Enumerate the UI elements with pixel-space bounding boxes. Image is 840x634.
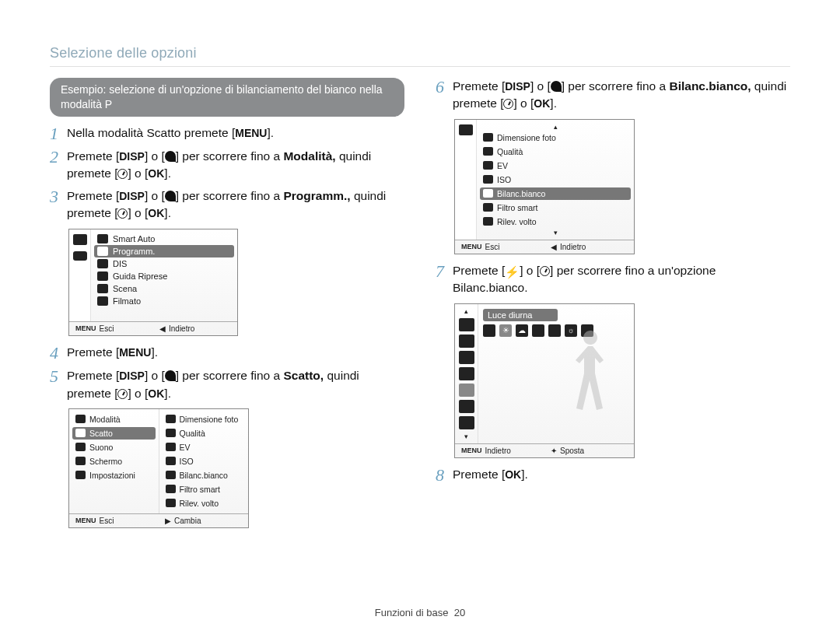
- wb-auto-icon: [483, 324, 495, 337]
- step-number: 8: [436, 466, 453, 485]
- macro-icon: [165, 191, 176, 201]
- menu-button-label: MENU: [235, 127, 267, 139]
- mode-icon: [97, 234, 108, 243]
- screen-footer: MENU Indietro ✦ Sposta: [455, 443, 634, 457]
- page-footer: Funzioni di base 20: [0, 607, 840, 618]
- step-text: Premete [DISP] o [] per scorrere fino a …: [453, 78, 790, 113]
- timer-icon: [503, 99, 513, 109]
- camera-icon: [73, 234, 87, 245]
- screen-side-icons: [69, 229, 91, 321]
- left-column: Esempio: selezione di un'opzione di bila…: [50, 78, 404, 536]
- step-number: 6: [436, 78, 453, 96]
- steps-right: 6 Premete [DISP] o [] per scorrere fino …: [436, 78, 790, 113]
- step-3: 3 Premete [DISP] o [] per scorrere fino …: [50, 187, 404, 222]
- list-item: Bilanc.bianco: [159, 468, 249, 482]
- preview-silhouette: [553, 310, 628, 437]
- list-item: Filtro smart: [159, 482, 249, 496]
- wb-icon: [483, 189, 493, 198]
- steps-right-2: 7 Premete [⚡] o [] per scorrere fino a u…: [436, 262, 790, 297]
- face-icon: [166, 499, 176, 507]
- step-text: Premete [DISP] o [] per scorrere fino a …: [67, 148, 404, 183]
- screen-footer: MENU Esci ◀ Indietro: [455, 240, 634, 254]
- screen-mode-list: Smart Auto Programm. DIS Guida Riprese S…: [68, 229, 238, 336]
- steps-left-2: 4 Premete [MENU]. 5 Premete [DISP] o [] …: [50, 344, 404, 402]
- macro-icon: [165, 151, 176, 162]
- disp-button-label: DISP: [119, 150, 145, 163]
- wb-main-panel: Luce diurna ☀ ☁ ☼: [478, 304, 634, 443]
- screen-footer: MENU Esci ▶ Cambia: [69, 513, 248, 527]
- step-4: 4 Premete [MENU].: [50, 344, 404, 363]
- step-5: 5 Premete [DISP] o [] per scorrere fino …: [50, 367, 404, 402]
- mode-list: Smart Auto Programm. DIS Guida Riprese S…: [91, 229, 237, 321]
- list-item: Scena: [91, 282, 237, 295]
- list-item: EV: [477, 159, 634, 173]
- quality-icon: [166, 429, 176, 437]
- wb-icon-selected: [459, 384, 474, 397]
- list-item: Filmato: [91, 295, 237, 307]
- list-item: Guida Riprese: [91, 270, 237, 282]
- step-number: 3: [50, 187, 67, 206]
- list-item: Impostazioni: [69, 468, 159, 482]
- side-option-icons: ▴ ▾: [455, 304, 478, 443]
- screen-shooting-options: ▴ Dimensione foto Qualità EV ISO Bilanc.…: [454, 119, 635, 254]
- steps-left: 1 Nella modalità Scatto premete [MENU]. …: [50, 124, 404, 222]
- screen-side-icons: [455, 120, 477, 240]
- header-rule: [50, 66, 790, 67]
- pane-right: ▴ Dimensione foto Qualità EV ISO Bilanc.…: [477, 120, 634, 240]
- timer-icon: [117, 169, 128, 179]
- filter-icon: [459, 400, 474, 413]
- face-icon: [483, 217, 493, 226]
- right-column: 6 Premete [DISP] o [] per scorrere fino …: [436, 78, 790, 536]
- filter-icon: [483, 203, 493, 212]
- list-item: Qualità: [159, 426, 249, 440]
- step-number: 7: [436, 262, 453, 281]
- sound-icon: [75, 443, 86, 451]
- face-icon: [459, 416, 474, 429]
- step-number: 1: [50, 124, 67, 143]
- camera-icon: [75, 429, 86, 437]
- step-8: 8 Premete [OK].: [436, 466, 790, 485]
- list-item: Dimensione foto: [159, 412, 249, 426]
- mode-icon: [97, 284, 108, 293]
- ev-icon: [459, 351, 474, 364]
- list-item: Smart Auto: [91, 233, 237, 245]
- down-arrow-icon: ▾: [464, 433, 468, 440]
- flash-icon: ⚡: [505, 267, 520, 277]
- example-pill: Esempio: selezione di un'opzione di bila…: [50, 78, 404, 117]
- step-text: Nella modalità Scatto premete [MENU].: [67, 124, 404, 142]
- step-2: 2 Premete [DISP] o [] per scorrere fino …: [50, 148, 404, 183]
- quality-icon: [459, 335, 474, 348]
- list-item: Qualità: [477, 145, 634, 159]
- ev-icon: [166, 443, 176, 451]
- list-item: Rilev. volto: [477, 215, 634, 229]
- timer-icon: [540, 266, 550, 276]
- step-text: Premete [⚡] o [] per scorrere fino a un'…: [453, 262, 790, 297]
- list-item: Schermo: [69, 454, 159, 468]
- iso-icon: [483, 175, 493, 184]
- wb-icon: [166, 471, 176, 479]
- page-header: Selezione delle opzioni: [50, 45, 790, 61]
- list-item: Suono: [69, 440, 159, 454]
- down-arrow-icon: ▾: [477, 229, 634, 236]
- list-item: Modalità: [69, 412, 159, 426]
- step-1: 1 Nella modalità Scatto premete [MENU].: [50, 124, 404, 143]
- filter-icon: [166, 485, 176, 493]
- screen-wb-selection: ▴ ▾ Luce diurna: [454, 303, 635, 458]
- mode-icon: [75, 415, 86, 423]
- list-item: ISO: [477, 173, 634, 187]
- menu-tiny-label: MENU: [75, 324, 96, 332]
- screen-settings-two-pane: Modalità Scatto Suono Schermo Impostazio…: [68, 408, 249, 528]
- right-arrow-icon: ▶: [165, 517, 171, 525]
- step-number: 4: [50, 344, 67, 363]
- quality-icon: [483, 147, 493, 156]
- step-7: 7 Premete [⚡] o [] per scorrere fino a u…: [436, 262, 790, 297]
- step-text: Premete [MENU].: [67, 344, 404, 361]
- size-icon: [483, 133, 493, 142]
- list-item: Dimensione foto: [477, 131, 634, 145]
- mode-icon: [97, 247, 108, 256]
- timer-icon: [117, 208, 128, 219]
- mode-icon: [97, 259, 108, 268]
- up-arrow-icon: ▴: [464, 307, 468, 315]
- ok-button-label: OK: [148, 167, 164, 180]
- step-number: 2: [50, 148, 67, 166]
